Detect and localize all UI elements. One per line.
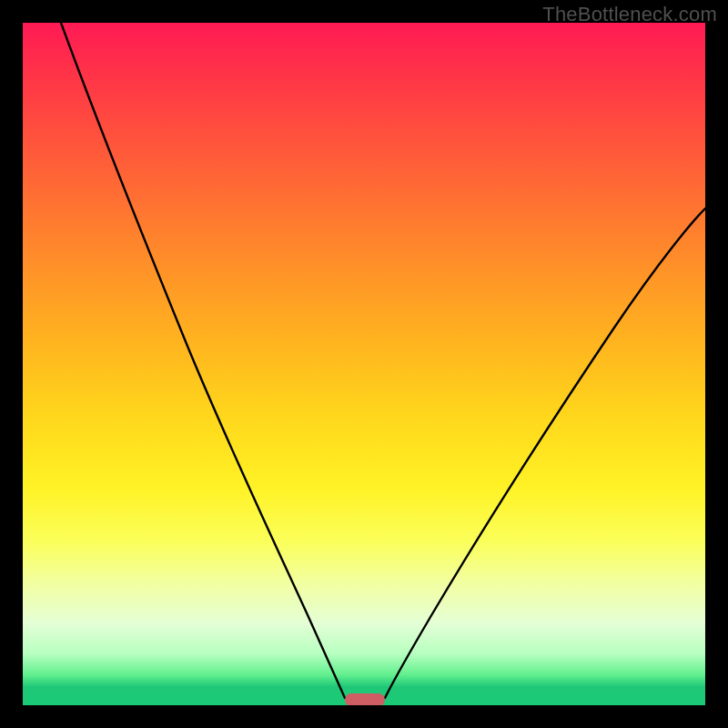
curves-layer xyxy=(23,23,705,705)
optimal-marker xyxy=(345,693,385,705)
curve-right xyxy=(385,208,705,698)
curve-left xyxy=(61,23,345,698)
chart-frame: TheBottleneck.com xyxy=(0,0,728,728)
watermark-text: TheBottleneck.com xyxy=(542,3,717,26)
plot-area xyxy=(23,23,705,705)
